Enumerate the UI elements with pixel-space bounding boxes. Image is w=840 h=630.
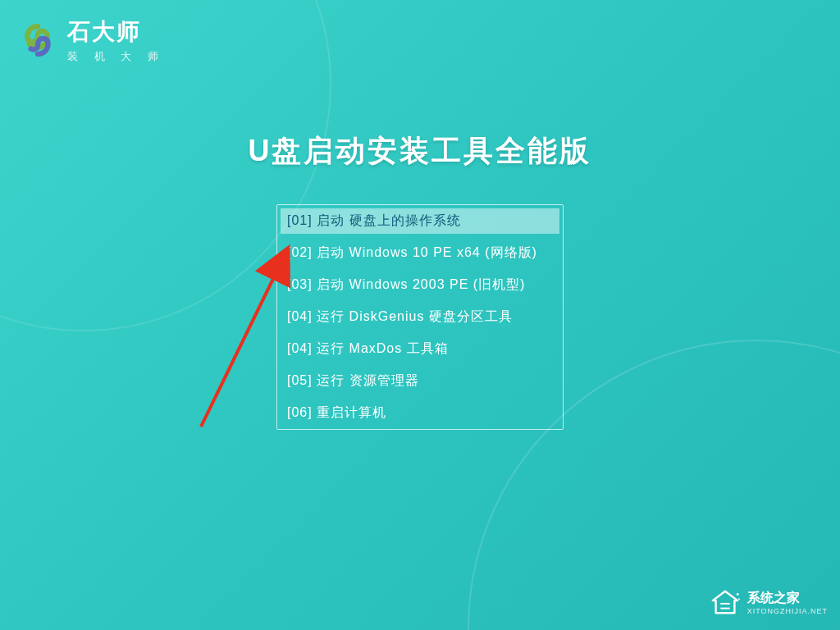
menu-item-boot-hdd[interactable]: [01] 启动 硬盘上的操作系统 xyxy=(281,208,559,234)
house-icon xyxy=(710,587,741,618)
watermark: 系统之家 XITONGZHIJIA.NET xyxy=(710,587,828,618)
watermark-url: XITONGZHIJIA.NET xyxy=(747,607,828,615)
menu-item-reboot[interactable]: [06] 重启计算机 xyxy=(281,400,559,426)
logo-area: 石大师 装 机 大 师 xyxy=(21,16,165,64)
logo-title: 石大师 xyxy=(67,16,165,48)
menu-item-diskgenius[interactable]: [04] 运行 DiskGenius 硬盘分区工具 xyxy=(281,304,559,330)
menu-item-maxdos[interactable]: [04] 运行 MaxDos 工具箱 xyxy=(281,336,559,362)
main-content: U盘启动安装工具全能版 [01] 启动 硬盘上的操作系统 [02] 启动 Win… xyxy=(174,131,666,430)
menu-item-win2003pe[interactable]: [03] 启动 Windows 2003 PE (旧机型) xyxy=(281,272,559,298)
menu-item-win10pe[interactable]: [02] 启动 Windows 10 PE x64 (网络版) xyxy=(281,240,559,266)
svg-point-4 xyxy=(738,598,740,600)
boot-menu: [01] 启动 硬盘上的操作系统 [02] 启动 Windows 10 PE x… xyxy=(276,204,564,430)
svg-point-3 xyxy=(736,593,738,596)
watermark-title: 系统之家 xyxy=(747,590,828,607)
watermark-text: 系统之家 XITONGZHIJIA.NET xyxy=(747,590,828,615)
logo-text: 石大师 装 机 大 师 xyxy=(67,16,165,64)
logo-subtitle: 装 机 大 师 xyxy=(67,49,165,64)
menu-item-explorer[interactable]: [05] 运行 资源管理器 xyxy=(281,368,559,394)
page-title: U盘启动安装工具全能版 xyxy=(174,131,666,171)
logo-icon xyxy=(21,23,55,57)
